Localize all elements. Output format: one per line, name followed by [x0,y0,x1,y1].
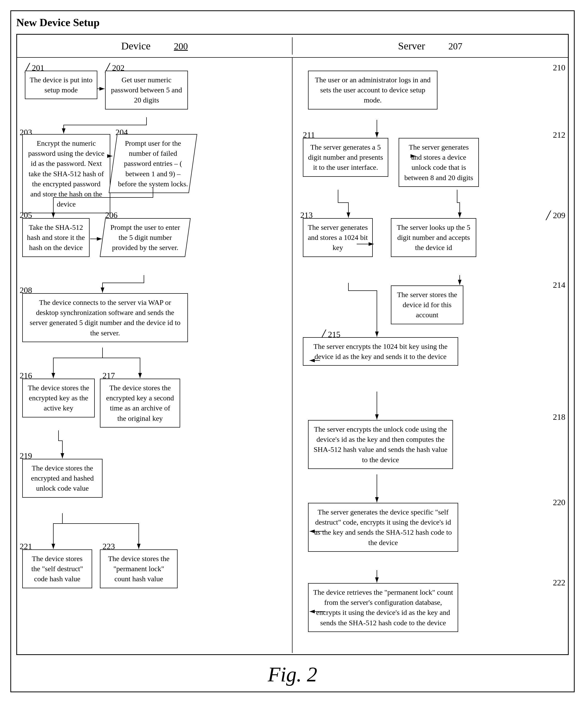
box-217: The device stores the encrypted key a se… [100,379,180,427]
device-ref: 200 [174,41,188,52]
box-208: The device connects to the server via WA… [22,293,188,342]
box-222: The device retrieves the "permanent lock… [308,583,458,632]
box-202: Get user numeric password between 5 and … [105,71,188,109]
box-205: Take the SHA-512 hash and store it the h… [22,218,90,257]
ref-220: 220 [553,498,565,507]
box-216: The device stores the encrypted key as t… [22,379,95,417]
ref-214-label: 214 [553,280,565,290]
col-headers: Device 200 Server 207 [17,35,568,58]
box-204: Prompt user for the number of failed pas… [109,134,197,193]
box-219: The device stores the encrypted and hash… [22,459,102,498]
device-col-header: Device 200 [17,37,292,55]
box-206: Prompt the user to enter the 5 digit num… [100,218,190,257]
server-column: 210 The user or an administrator logs in… [292,58,568,653]
diagram-content: ╱ 201 The device is put into setup mode … [17,58,568,653]
box-210: The user or an administrator logs in and… [308,71,437,109]
device-column: ╱ 201 The device is put into setup mode … [17,58,292,653]
box-213: The server generates and stores a 1024 b… [303,218,373,257]
ref-222: 222 [553,578,565,588]
box-214: The server stores the device id for this… [391,285,463,324]
diagram-border: Device 200 Server 207 ╱ 201 The device i… [16,34,569,655]
page-title: New Device Setup [16,16,569,29]
box-201: The device is put into setup mode [25,71,97,99]
server-ref: 207 [448,41,462,52]
box-209: The server looks up the 5 digit number a… [391,218,476,257]
fig-label: Fig. 2 [16,663,569,686]
ref-210: 210 [553,63,565,73]
box-211: The server generates a 5 digit number an… [303,138,388,177]
ref-209: ╱ 209 [546,210,565,220]
server-col-header: Server 207 [292,37,568,55]
box-221: The device stores the "self destruct" co… [22,549,92,588]
box-220: The server generates the device specific… [308,503,458,552]
box-223: The device stores the "permanent lock" c… [100,549,178,588]
outer-border: New Device Setup Device 200 Server 207 ╱… [10,10,575,692]
box-212: The server generates and stores a device… [399,138,479,187]
box-218: The server encrypts the unlock code usin… [308,420,453,469]
box-215: The server encrypts the 1024 bit key usi… [303,337,458,366]
ref-212: 212 [553,130,565,140]
box-203: Encrypt the numeric password using the d… [22,134,110,213]
ref-218: 218 [553,412,565,422]
